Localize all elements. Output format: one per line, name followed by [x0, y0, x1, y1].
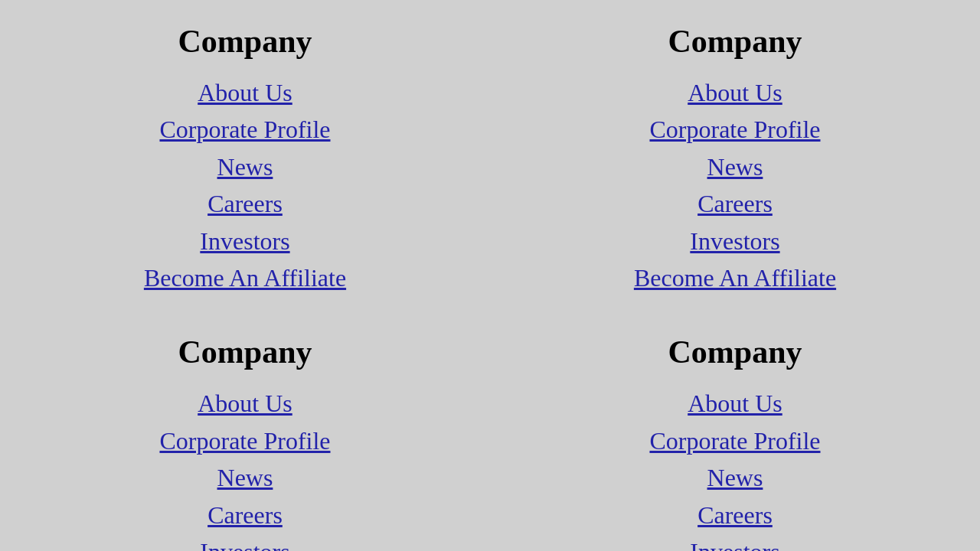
section-top-right: CompanyAbout UsCorporate ProfileNewsCare…: [490, 8, 980, 318]
list-item: Careers: [207, 186, 283, 221]
link-become-an-affiliate-top-left[interactable]: Become An Affiliate: [144, 260, 346, 295]
list-item: Corporate Profile: [649, 423, 820, 458]
link-careers-bottom-left[interactable]: Careers: [207, 497, 283, 533]
section-bottom-right: CompanyAbout UsCorporate ProfileNewsCare…: [490, 318, 980, 551]
list-item: Investors: [690, 223, 779, 259]
link-investors-top-left[interactable]: Investors: [200, 223, 289, 259]
list-item: Careers: [697, 497, 773, 533]
nav-list-top-right: About UsCorporate ProfileNewsCareersInve…: [634, 75, 836, 295]
section-bottom-left: CompanyAbout UsCorporate ProfileNewsCare…: [0, 318, 490, 551]
link-corporate-profile-top-left[interactable]: Corporate Profile: [159, 112, 330, 147]
list-item: News: [217, 460, 273, 495]
link-corporate-profile-top-right[interactable]: Corporate Profile: [649, 112, 820, 147]
link-investors-bottom-left[interactable]: Investors: [200, 534, 289, 551]
main-grid: CompanyAbout UsCorporate ProfileNewsCare…: [0, 8, 980, 551]
list-item: Become An Affiliate: [634, 260, 836, 295]
link-careers-top-right[interactable]: Careers: [697, 186, 773, 221]
list-item: Corporate Profile: [159, 423, 330, 458]
section-title-top-left: Company: [178, 23, 312, 60]
link-investors-top-right[interactable]: Investors: [690, 223, 779, 259]
section-title-bottom-left: Company: [178, 334, 312, 370]
link-news-top-right[interactable]: News: [707, 149, 763, 184]
list-item: News: [707, 149, 763, 184]
list-item: Become An Affiliate: [144, 260, 346, 295]
section-title-top-right: Company: [668, 23, 802, 60]
list-item: Investors: [690, 534, 779, 551]
list-item: News: [707, 460, 763, 495]
nav-list-top-left: About UsCorporate ProfileNewsCareersInve…: [144, 75, 346, 295]
link-about-us-top-right[interactable]: About Us: [688, 75, 782, 110]
link-news-bottom-left[interactable]: News: [217, 460, 273, 495]
link-corporate-profile-bottom-right[interactable]: Corporate Profile: [649, 423, 820, 458]
link-corporate-profile-bottom-left[interactable]: Corporate Profile: [159, 423, 330, 458]
link-news-bottom-right[interactable]: News: [707, 460, 763, 495]
list-item: Investors: [200, 223, 289, 259]
list-item: About Us: [198, 75, 292, 110]
list-item: Corporate Profile: [649, 112, 820, 147]
link-about-us-top-left[interactable]: About Us: [198, 75, 292, 110]
list-item: Careers: [697, 186, 773, 221]
list-item: About Us: [688, 386, 782, 421]
list-item: About Us: [688, 75, 782, 110]
section-title-bottom-right: Company: [668, 334, 802, 370]
list-item: About Us: [198, 386, 292, 421]
link-careers-top-left[interactable]: Careers: [207, 186, 283, 221]
list-item: Investors: [200, 534, 289, 551]
section-top-left: CompanyAbout UsCorporate ProfileNewsCare…: [0, 8, 490, 318]
list-item: News: [217, 149, 273, 184]
link-news-top-left[interactable]: News: [217, 149, 273, 184]
link-about-us-bottom-right[interactable]: About Us: [688, 386, 782, 421]
nav-list-bottom-right: About UsCorporate ProfileNewsCareersInve…: [634, 386, 836, 551]
nav-list-bottom-left: About UsCorporate ProfileNewsCareersInve…: [144, 386, 346, 551]
link-about-us-bottom-left[interactable]: About Us: [198, 386, 292, 421]
link-investors-bottom-right[interactable]: Investors: [690, 534, 779, 551]
list-item: Careers: [207, 497, 283, 533]
list-item: Corporate Profile: [159, 112, 330, 147]
link-become-an-affiliate-top-right[interactable]: Become An Affiliate: [634, 260, 836, 295]
link-careers-bottom-right[interactable]: Careers: [697, 497, 773, 533]
